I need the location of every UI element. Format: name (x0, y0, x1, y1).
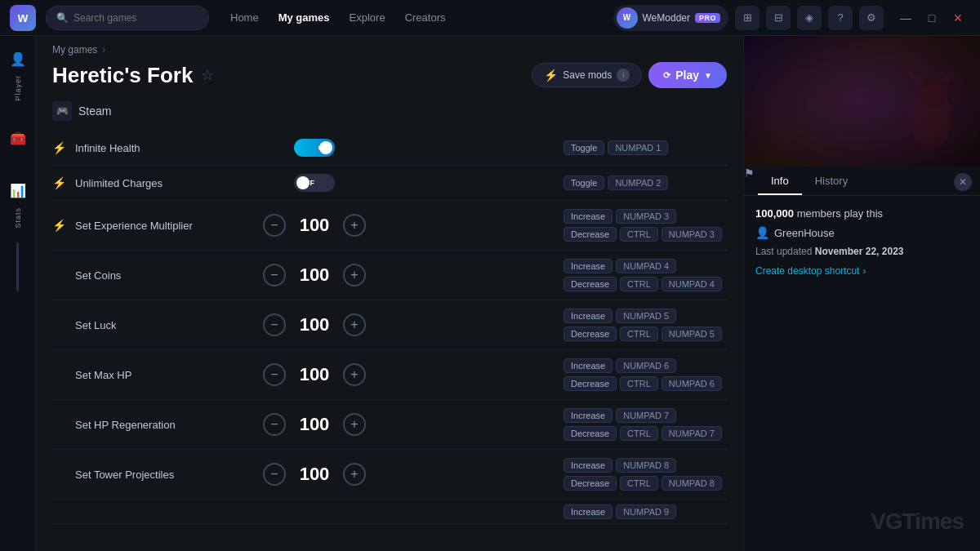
shortcut-increase-exp[interactable]: Increase (564, 209, 612, 224)
shortcut-row-inc-coins: Increase NUMPAD 4 (564, 259, 727, 273)
right-panel: ⚑ Info History ✕ 100,000 members play th… (743, 36, 980, 551)
shortcut-numpad5-dec: NUMPAD 5 (662, 327, 722, 341)
panel-author-row: 👤 GreenHouse (755, 226, 969, 239)
nav-explore[interactable]: Explore (341, 8, 394, 27)
platform-row: 🎮 Steam (36, 101, 743, 131)
shortcut-group-partial: Increase NUMPAD 9 (564, 504, 727, 519)
experience-value: 100 (294, 215, 335, 236)
decrease-tower-button[interactable]: − (263, 463, 286, 486)
wemodder-logo-small: ⟳ (663, 70, 670, 81)
save-mods-button[interactable]: ⚡ Save mods i (532, 63, 642, 87)
hpregen-value: 100 (294, 414, 335, 435)
decrease-luck-button[interactable]: − (263, 313, 286, 336)
increase-hpregen-button[interactable]: + (343, 413, 366, 436)
shortcut-decrease-tower[interactable]: Decrease (564, 476, 617, 491)
icon-btn-settings[interactable]: ⚙ (859, 6, 884, 30)
shortcut-group-maxhp: Increase NUMPAD 6 Decrease CTRL NUMPAD 6 (564, 358, 727, 391)
shortcut-increase-coins[interactable]: Increase (564, 259, 612, 273)
shortcut-increase-luck[interactable]: Increase (564, 309, 612, 323)
search-bar[interactable]: 🔍 (46, 6, 209, 30)
icon-btn-help[interactable]: ? (828, 6, 853, 30)
nav-creators[interactable]: Creators (397, 8, 454, 27)
desktop-link-label: Create desktop shortcut (755, 265, 859, 277)
mod-row-hpregen: ⚡ Set HP Regeneration − 100 + Increase N… (52, 400, 727, 450)
shortcut-numpad6-dec: NUMPAD 6 (662, 376, 722, 391)
arrow-right-icon: › (862, 265, 866, 277)
save-info-badge: i (617, 69, 630, 82)
sidebar-icon-stats[interactable]: 📊 (3, 176, 33, 206)
panel-members-stat: 100,000 members play this (755, 207, 969, 220)
search-icon: 🔍 (56, 12, 69, 24)
increase-experience-button[interactable]: + (343, 214, 366, 237)
shortcut-toggle-btn[interactable]: Toggle (564, 140, 604, 155)
window-controls: — □ ✕ (893, 6, 970, 30)
page-actions: ⚡ Save mods i ⟳ Play ▼ (532, 62, 727, 88)
toggle-infinite-health[interactable]: ON (294, 139, 335, 157)
shortcut-increase-maxhp[interactable]: Increase (564, 358, 612, 373)
shortcut-numpad3-dec: NUMPAD 3 (662, 227, 722, 242)
shortcut-row-inc-luck: Increase NUMPAD 5 (564, 309, 727, 323)
close-button[interactable]: ✕ (946, 6, 970, 30)
shortcut-decrease-exp[interactable]: Decrease (564, 227, 617, 242)
shortcut-increase-hpregen[interactable]: Increase (564, 408, 612, 423)
toggle-unlimited-charges[interactable]: OFF (294, 174, 335, 192)
shortcut-increase-tower[interactable]: Increase (564, 458, 612, 473)
shortcut-toggle-btn2[interactable]: Toggle (564, 176, 604, 190)
mod-row-unlimited-charges: ⚡ Unlimited Charges OFF Toggle NUMPAD 2 (52, 166, 727, 201)
create-shortcut-link[interactable]: Create desktop shortcut › (755, 265, 969, 277)
nav-home[interactable]: Home (222, 8, 267, 27)
icon-btn-1[interactable]: ⊞ (735, 6, 760, 30)
increase-maxhp-button[interactable]: + (343, 363, 366, 386)
minimize-button[interactable]: — (893, 6, 918, 30)
increase-luck-button[interactable]: + (343, 313, 366, 336)
decrease-experience-button[interactable]: − (263, 214, 286, 237)
icon-btn-discord[interactable]: ◈ (797, 6, 822, 30)
shortcut-ctrl-maxhp: CTRL (620, 376, 658, 391)
favorite-star-icon[interactable]: ☆ (201, 66, 214, 84)
decrease-maxhp-button[interactable]: − (263, 363, 286, 386)
panel-close-button[interactable]: ✕ (954, 173, 972, 191)
shortcut-numpad8-inc: NUMPAD 8 (616, 458, 676, 473)
shortcut-decrease-maxhp[interactable]: Decrease (564, 376, 617, 391)
mod-name-unlimited-charges: Unlimited Charges (75, 177, 284, 189)
shortcut-decrease-coins[interactable]: Decrease (564, 277, 617, 291)
nav-my-games[interactable]: My games (270, 8, 338, 27)
shortcut-ctrl-tower: CTRL (620, 476, 658, 491)
breadcrumb-sep: › (102, 44, 105, 56)
mod-name-hpregen: Set HP Regeneration (75, 419, 253, 431)
last-updated-label: Last updated (755, 246, 812, 257)
tower-value: 100 (294, 464, 335, 485)
app-logo[interactable]: w (10, 5, 36, 31)
increase-coins-button[interactable]: + (343, 264, 366, 287)
mod-row-infinite-health: ⚡ Infinite Health ON Toggle NUMPAD 1 (52, 131, 727, 166)
sidebar-icon-items[interactable]: 🧰 (3, 124, 33, 153)
breadcrumb-parent[interactable]: My games (52, 44, 97, 56)
shortcut-numpad4-inc: NUMPAD 4 (616, 259, 676, 273)
luck-value: 100 (294, 314, 335, 335)
tab-history[interactable]: History (802, 167, 861, 195)
shortcut-increase-partial[interactable]: Increase (564, 504, 612, 519)
play-dropdown-icon[interactable]: ▼ (704, 71, 712, 80)
mod-name-maxhp: Set Max HP (75, 369, 253, 381)
sidebar-label-stats: Stats (14, 207, 22, 229)
mod-row-maxhp: ⚡ Set Max HP − 100 + Increase NUMPAD 6 D… (52, 350, 727, 400)
shortcut-decrease-luck[interactable]: Decrease (564, 327, 617, 341)
tab-info[interactable]: Info (758, 167, 802, 195)
icon-btn-2[interactable]: ⊟ (766, 6, 791, 30)
shortcut-row-inc-partial: Increase NUMPAD 9 (564, 504, 727, 519)
search-input[interactable] (74, 12, 188, 24)
shortcut-numpad7-dec: NUMPAD 7 (662, 426, 722, 441)
decrease-hpregen-button[interactable]: − (263, 413, 286, 436)
shortcut-ctrl-luck: CTRL (620, 327, 658, 341)
sidebar-icon-player[interactable]: 👤 (3, 44, 33, 73)
maxhp-value: 100 (294, 364, 335, 385)
shortcut-decrease-hpregen[interactable]: Decrease (564, 426, 617, 441)
maximize-button[interactable]: □ (920, 6, 944, 30)
user-badge[interactable]: W WeModder PRO (613, 5, 729, 31)
game-figure (898, 69, 964, 167)
play-button[interactable]: ⟳ Play ▼ (648, 62, 727, 88)
increase-tower-button[interactable]: + (343, 463, 366, 486)
mod-row-partial: ⚡ Increase NUMPAD 9 (52, 500, 727, 524)
shortcut-numpad4-dec: NUMPAD 4 (662, 277, 722, 291)
decrease-coins-button[interactable]: − (263, 264, 286, 287)
